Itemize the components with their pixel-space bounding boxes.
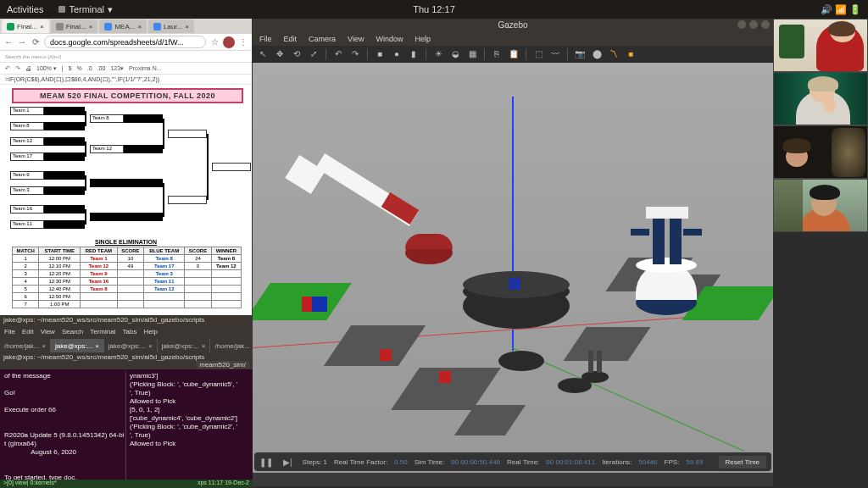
terminal-tab[interactable]: jake@xps:... × <box>158 339 211 352</box>
measure-icon[interactable]: 〰 <box>548 47 562 61</box>
video-feed[interactable] <box>773 125 868 179</box>
gazebo-toolbar[interactable]: ↖ ✥ ⟲ ⤢ ↶ ↷ ■ ● ▮ ☀ ◒ ▦ ⎘ 📋 ⬚ 〰 📷 ⬤ 〽 ■ <box>253 46 773 63</box>
browser-tab[interactable]: Final...× <box>2 19 49 33</box>
terminal-status-bar: >[0] view| 0:kernels*xps 11:17 19-Dec-2 <box>0 480 253 488</box>
step-icon[interactable]: ▶| <box>283 458 292 467</box>
robot-blue <box>632 215 700 317</box>
profile-avatar[interactable] <box>223 36 235 48</box>
matches-table[interactable]: MATCHSTART TIMERED TEAMSCOREBLUE TEAMSCO… <box>12 247 242 308</box>
menu-item[interactable]: View <box>348 35 364 43</box>
terminal-tab[interactable]: /home/jak... × <box>0 339 51 352</box>
menu-item[interactable]: Edit <box>284 35 298 43</box>
reload-icon[interactable]: ⟳ <box>31 37 41 47</box>
browser-tab-strip: Final...× Final...× MEA...× Laur...× <box>0 19 252 34</box>
browser-tab[interactable]: Final...× <box>51 19 98 33</box>
snap-icon[interactable]: ⬚ <box>531 47 545 61</box>
terminal-window: jake@xps: ~/meam520_ws/src/meam520_sim/a… <box>0 315 253 488</box>
system-topbar: Activities Terminal ▾ Thu 12:17 🔊 📶 🔋 <box>0 0 868 19</box>
app-indicator[interactable]: Terminal ▾ <box>58 4 113 15</box>
menu-icon[interactable]: ⋮ <box>238 37 248 47</box>
forward-icon[interactable]: → <box>17 37 27 47</box>
light-point-icon[interactable]: ☀ <box>431 47 445 61</box>
browser-urlbar: ← → ⟳ ☆ ⋮ <box>0 34 252 51</box>
menu-item[interactable]: Edit <box>22 328 34 338</box>
clock[interactable]: Thu 12:17 <box>413 4 455 14</box>
spreadsheet-body[interactable]: MEAM 520 FINAL COMPETITION, FALL 2020 Te… <box>0 85 252 319</box>
menu-item[interactable]: Help <box>143 328 157 338</box>
search-menus[interactable]: Search the menus (Alt+/) <box>5 54 62 59</box>
log-icon[interactable]: ⬤ <box>590 47 604 61</box>
undo-icon[interactable]: ↶ <box>331 47 345 61</box>
terminal-path: jake@xps: ~/meam520_ws/src/meam520_sim/a… <box>0 352 253 369</box>
table-row[interactable]: 71:00 PM <box>13 301 242 308</box>
light-spot-icon[interactable]: ◒ <box>448 47 462 61</box>
table-row[interactable]: 112:00 PMTeam 110Team 824Team 8 <box>13 255 242 263</box>
menu-item[interactable]: Window <box>376 35 403 43</box>
video-feeds <box>773 19 868 488</box>
browser-tab[interactable]: Laur...× <box>148 19 194 33</box>
gazebo-titlebar: Gazebo <box>253 19 773 32</box>
paste-icon[interactable]: 📋 <box>507 47 520 61</box>
video-feed[interactable] <box>773 72 868 125</box>
robot-red <box>388 215 448 258</box>
table-row[interactable]: 512:40 PMTeam 8Team 12 <box>13 286 242 293</box>
close-icon[interactable] <box>761 20 770 29</box>
menu-item[interactable]: Search <box>62 328 83 338</box>
gazebo-menu[interactable]: FileEditCameraViewWindowHelp <box>253 32 773 46</box>
menu-item[interactable]: File <box>259 35 272 43</box>
menu-item[interactable]: Tabs <box>122 328 136 338</box>
sheets-toolbar: Search the menus (Alt+/) <box>0 51 252 63</box>
back-icon[interactable]: ← <box>3 37 14 47</box>
terminal-title: jake@xps: ~/meam520_ws/src/meam520_sim/a… <box>0 315 253 327</box>
pause-icon[interactable]: ❚❚ <box>259 458 273 467</box>
screenshot-icon[interactable]: 📷 <box>573 47 587 61</box>
gazebo-window: Gazebo FileEditCameraViewWindowHelp ↖ ✥ … <box>253 19 773 486</box>
bracket-diagram: Team 1 Team 8 Team 12 Team 17 Team 9 Tea… <box>10 107 248 237</box>
select-icon[interactable]: ↖ <box>256 47 270 61</box>
terminal-body[interactable]: of the message Go! Execute order 66 R202… <box>0 369 253 488</box>
url-input[interactable] <box>44 36 206 48</box>
video-feed[interactable] <box>773 179 868 232</box>
browser-tab[interactable]: MEA...× <box>99 19 147 33</box>
sphere-icon[interactable]: ● <box>390 47 403 61</box>
steps-label: Steps: 1 <box>303 458 327 466</box>
menu-item[interactable]: Camera <box>309 35 336 43</box>
table-row[interactable]: 312:20 PMTeam 9Team 3 <box>13 270 242 278</box>
sheets-format-toolbar[interactable]: ↶↷🖨 100% ▾| $% .0.00 123▾Proxima N... <box>0 63 252 75</box>
menu-item[interactable]: Terminal <box>90 328 115 338</box>
star-icon[interactable]: ☆ <box>209 37 220 47</box>
sheet-title: MEAM 520 FINAL COMPETITION, FALL 2020 <box>12 88 243 103</box>
activities-button[interactable]: Activities <box>7 4 43 14</box>
reset-time-button[interactable]: Reset Time <box>719 456 766 469</box>
browser-window: Final...× Final...× MEA...× Laur...× ← →… <box>0 19 253 315</box>
redo-icon[interactable]: ↷ <box>348 47 362 61</box>
record-icon[interactable]: ■ <box>624 47 637 61</box>
table-row[interactable]: 612:50 PM <box>13 293 242 301</box>
terminal-menu[interactable]: FileEditViewSearchTerminalTabsHelp <box>0 327 253 339</box>
scale-icon[interactable]: ⤢ <box>307 47 320 61</box>
maximize-icon[interactable] <box>749 20 758 29</box>
terminal-tab[interactable]: jake@xps:... × <box>51 339 104 352</box>
box-icon[interactable]: ■ <box>373 47 387 61</box>
terminal-tabs: /home/jak... ×jake@xps:... ×jake@xps:...… <box>0 339 253 352</box>
bracket-subtitle: SINGLE ELIMINATION <box>0 239 252 245</box>
translate-icon[interactable]: ✥ <box>273 47 287 61</box>
gazebo-status-bar: ❚❚ ▶| Steps: 1 Real Time Factor:0.50 Sim… <box>254 452 771 471</box>
rotate-icon[interactable]: ⟲ <box>290 47 303 61</box>
copy-icon[interactable]: ⎘ <box>490 47 504 61</box>
cylinder-icon[interactable]: ▮ <box>407 47 420 61</box>
plot-icon[interactable]: 〽 <box>607 47 620 61</box>
menu-item[interactable]: View <box>41 328 55 338</box>
menu-item[interactable]: File <box>4 328 15 338</box>
light-dir-icon[interactable]: ▦ <box>465 47 479 61</box>
minimize-icon[interactable] <box>737 20 746 29</box>
gazebo-viewport[interactable]: ❚❚ ▶| Steps: 1 Real Time Factor:0.50 Sim… <box>253 63 773 473</box>
menu-item[interactable]: Help <box>415 35 431 43</box>
table-row[interactable]: 412:30 PMTeam 16Team 11 <box>13 278 242 286</box>
terminal-tab[interactable]: jake@xps:... × <box>104 339 158 352</box>
system-tray[interactable]: 🔊 📶 🔋 <box>821 4 861 15</box>
formula-bar[interactable]: =IF(OR(C$8),AND(口),口$86,4,AND(口),"",IF(1… <box>0 75 252 85</box>
table-row[interactable]: 212:10 PMTeam 1249Team 170Team 12 <box>13 263 242 270</box>
video-feed[interactable] <box>773 19 868 72</box>
